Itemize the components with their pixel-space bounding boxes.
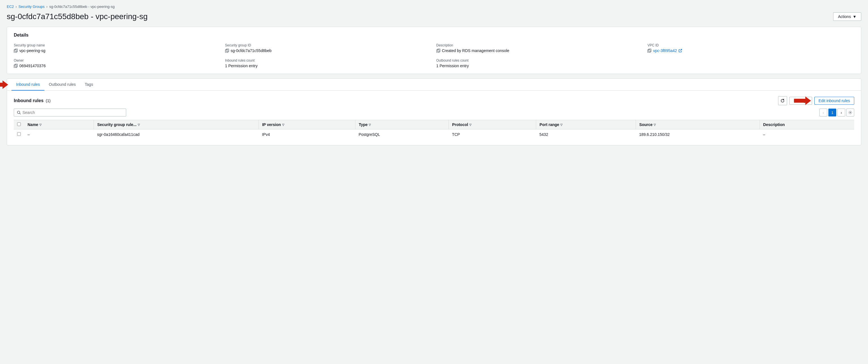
table-settings-button[interactable] (846, 109, 854, 116)
source-sort-icon[interactable]: ▽ (654, 123, 656, 126)
breadcrumb-ec2[interactable]: EC2 (7, 4, 14, 9)
th-protocol: Protocol ▽ (449, 120, 536, 130)
detail-sg-id: Security group ID sg-0cfdc7a71c55d8beb (225, 43, 432, 53)
refresh-button[interactable] (778, 96, 787, 105)
svg-rect-5 (436, 50, 439, 53)
th-port-range: Port range ▽ (536, 120, 636, 130)
outbound-count-label: Outbound rules count (436, 58, 643, 62)
table-row: – sgr-0a16460cafa411cad IPv4 PostgreSQL … (14, 130, 854, 140)
inbound-count-value: 1 Permission entry (225, 63, 258, 68)
owner-label: Owner (14, 58, 221, 62)
tabs-container: Inbound rules Outbound rules Tags Inboun… (7, 79, 861, 145)
svg-rect-0 (15, 49, 18, 52)
external-link-icon (679, 49, 682, 52)
refresh-icon (781, 99, 784, 103)
svg-rect-6 (649, 49, 651, 52)
pagination: ‹ 1 › (819, 109, 854, 116)
tab-outbound-rules[interactable]: Outbound rules (44, 79, 81, 90)
search-pagination-row: ‹ 1 › (14, 109, 854, 116)
row-protocol: TCP (449, 130, 536, 140)
copy-icon-owner[interactable] (14, 64, 18, 68)
details-title: Details (14, 33, 854, 38)
actions-button[interactable]: Actions ▼ (833, 12, 861, 21)
search-wrapper (14, 109, 126, 116)
svg-rect-2 (226, 49, 229, 52)
inbound-rules-content: Inbound rules (1) Manage (7, 90, 861, 145)
svg-point-12 (18, 111, 20, 114)
owner-value: 069491470376 (20, 63, 45, 68)
edit-red-arrow-icon (794, 96, 811, 105)
vpc-id-label: VPC ID (647, 43, 854, 47)
select-all-checkbox[interactable] (17, 122, 21, 126)
inbound-tab-arrow (0, 80, 8, 89)
breadcrumb-security-groups[interactable]: Security Groups (19, 4, 45, 9)
inbound-count-label: Inbound rules count (225, 58, 432, 62)
page-header: sg-0cfdc7a71c55d8beb - vpc-peering-sg Ac… (7, 12, 861, 21)
row-port-range: 5432 (536, 130, 636, 140)
svg-line-13 (20, 113, 21, 114)
row-type: PostgreSQL (355, 130, 448, 140)
section-actions: Manage Edit inbound rules (778, 96, 854, 105)
next-page-button[interactable]: › (837, 109, 845, 116)
svg-rect-4 (437, 49, 440, 52)
page-1-button[interactable]: 1 (828, 109, 836, 116)
th-description: Description (760, 120, 854, 130)
detail-outbound-count: Outbound rules count 1 Permission entry (436, 58, 643, 68)
copy-icon-sg-id[interactable] (225, 49, 229, 53)
edit-inbound-arrow (794, 96, 811, 105)
ip-version-sort-icon[interactable]: ▽ (282, 123, 284, 126)
row-ip-version: IPv4 (258, 130, 355, 140)
tab-tags[interactable]: Tags (81, 79, 98, 90)
copy-icon-sg-name[interactable] (14, 49, 18, 53)
detail-owner: Owner 069491470376 (14, 58, 221, 68)
svg-marker-11 (794, 96, 811, 105)
sg-id-label: Security group ID (225, 43, 432, 47)
search-input[interactable] (23, 110, 123, 115)
row-name: – (24, 130, 94, 140)
tabs-nav: Inbound rules Outbound rules Tags (7, 79, 861, 90)
breadcrumb: EC2 › Security Groups › sg-0cfdc7a71c55d… (7, 4, 861, 9)
th-type: Type ▽ (355, 120, 448, 130)
svg-marker-10 (0, 80, 8, 89)
search-icon (17, 111, 21, 114)
actions-label: Actions (838, 15, 851, 19)
edit-inbound-rules-button[interactable]: Edit inbound rules (814, 97, 854, 105)
th-ip-version: IP version ▽ (258, 120, 355, 130)
svg-rect-9 (14, 65, 17, 68)
inbound-rules-count: (1) (46, 99, 51, 103)
detail-inbound-count: Inbound rules count 1 Permission entry (225, 58, 432, 68)
inbound-rules-title: Inbound rules (14, 98, 43, 103)
red-arrow-icon (0, 80, 8, 89)
svg-rect-8 (15, 64, 18, 67)
detail-vpc-id: VPC ID vpc-3f895a42 (647, 43, 854, 53)
vpc-id-link[interactable]: vpc-3f895a42 (653, 48, 677, 53)
detail-description: Description Created by RDS management co… (436, 43, 643, 53)
sg-name-label: Security group name (14, 43, 221, 47)
th-select-all (14, 120, 24, 130)
protocol-sort-icon[interactable]: ▽ (469, 123, 471, 126)
svg-rect-7 (648, 50, 650, 53)
copy-icon-vpc-id[interactable] (647, 49, 651, 53)
svg-rect-3 (225, 50, 228, 53)
description-label: Description (436, 43, 643, 47)
actions-chevron-icon: ▼ (852, 15, 857, 19)
th-source: Source ▽ (636, 120, 760, 130)
port-sort-icon[interactable]: ▽ (560, 123, 563, 126)
details-grid: Security group name vpc-peering-sg Secur… (14, 43, 854, 68)
row-checkbox[interactable] (17, 132, 21, 136)
sg-id-value: sg-0cfdc7a71c55d8beb (231, 48, 272, 53)
tab-inbound-rules[interactable]: Inbound rules (11, 79, 44, 90)
sg-name-value: vpc-peering-sg (20, 48, 45, 53)
svg-point-14 (850, 112, 851, 113)
edit-inbound-wrapper: Edit inbound rules (814, 97, 854, 105)
copy-icon-description[interactable] (436, 49, 440, 53)
type-sort-icon[interactable]: ▽ (369, 123, 371, 126)
name-sort-icon[interactable]: ▽ (39, 123, 41, 126)
description-value: Created by RDS management console (442, 48, 509, 53)
breadcrumb-current: sg-0cfdc7a71c55d8beb - vpc-peering-sg (49, 4, 115, 9)
settings-icon (848, 111, 852, 114)
sg-rule-sort-icon[interactable]: ▽ (138, 123, 140, 126)
row-description: – (760, 130, 854, 140)
th-name: Name ▽ (24, 120, 94, 130)
prev-page-button[interactable]: ‹ (819, 109, 827, 116)
